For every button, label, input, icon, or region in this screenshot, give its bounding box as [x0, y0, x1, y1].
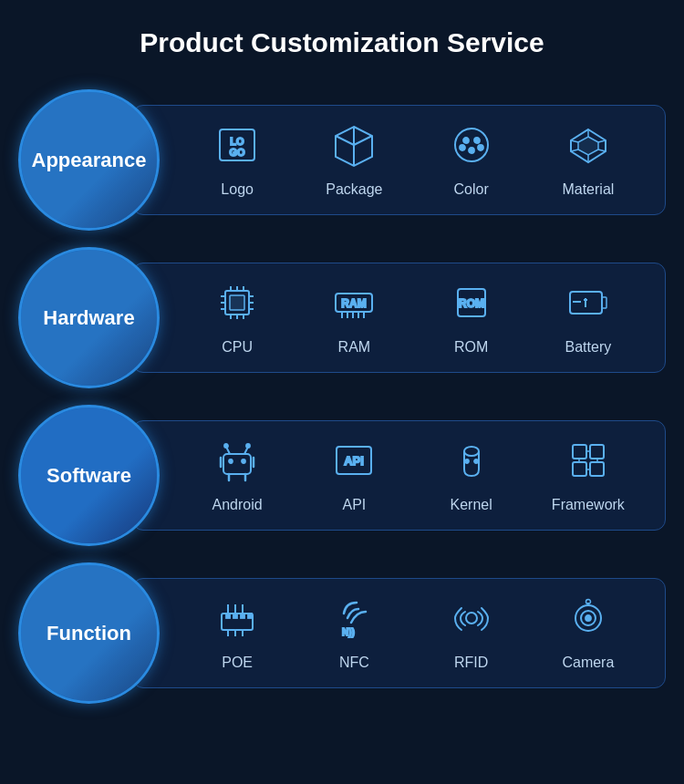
item-poe: POE: [196, 595, 278, 671]
svg-rect-76: [248, 614, 252, 618]
svg-line-5: [354, 136, 372, 145]
svg-rect-65: [590, 445, 604, 459]
logo-icon: LO GO: [214, 122, 260, 174]
ram-icon: RAM: [331, 280, 377, 332]
package-icon: [331, 122, 377, 174]
item-framework: Framework: [547, 438, 629, 513]
svg-point-52: [242, 459, 245, 463]
android-label: Android: [212, 497, 263, 513]
items-box-hardware: CPU RAM RAM ROM ROM Battery: [132, 263, 666, 373]
svg-rect-64: [573, 445, 586, 459]
item-color: Color: [430, 122, 513, 198]
svg-point-89: [586, 600, 590, 604]
item-material: Material: [547, 122, 629, 198]
svg-point-12: [460, 145, 465, 150]
svg-point-51: [229, 459, 233, 463]
color-icon: [449, 122, 494, 174]
camera-label: Camera: [562, 655, 614, 671]
svg-text:API: API: [345, 454, 365, 468]
material-label: Material: [562, 181, 614, 198]
section-appearance: Appearance LO GO Logo Package Color: [18, 89, 666, 231]
rom-label: ROM: [454, 339, 488, 356]
svg-rect-66: [573, 462, 586, 476]
rom-icon: ROM: [449, 280, 494, 332]
circle-software: Software: [18, 405, 160, 546]
svg-line-4: [336, 136, 354, 145]
page-title: Product Customization Service: [18, 18, 666, 67]
svg-point-8: [455, 129, 488, 161]
material-icon: [565, 122, 611, 174]
svg-line-21: [571, 140, 578, 142]
svg-marker-15: [578, 137, 598, 155]
package-label: Package: [326, 181, 382, 198]
svg-point-13: [478, 145, 483, 150]
android-icon: [214, 438, 260, 490]
svg-rect-23: [230, 295, 244, 310]
circle-function: Function: [18, 562, 160, 704]
item-kernel: Kernel: [430, 438, 513, 513]
item-logo: LO GO Logo: [196, 122, 278, 198]
item-cpu: CPU: [196, 280, 278, 356]
svg-point-10: [474, 138, 480, 143]
poe-icon: [214, 595, 260, 647]
items-box-software: Android API API Kernel Framework: [132, 420, 666, 531]
item-ram: RAM RAM: [313, 280, 395, 356]
svg-point-57: [224, 444, 228, 448]
items-box-function: POE N)) NFC RFID Camera: [132, 578, 666, 688]
item-api: API API: [313, 438, 395, 513]
item-camera: Camera: [547, 595, 629, 671]
svg-point-61: [464, 447, 479, 456]
battery-label: Battery: [565, 339, 612, 356]
item-rom: ROM ROM: [430, 280, 513, 356]
battery-icon: [565, 280, 611, 332]
section-software: Software Android API API Kernel: [18, 405, 666, 546]
svg-point-87: [586, 615, 591, 621]
svg-text:N)): N)): [342, 627, 355, 637]
svg-rect-73: [226, 614, 230, 618]
section-hardware: Hardware CPU RAM RAM ROM ROM: [18, 247, 666, 388]
svg-rect-74: [233, 614, 237, 618]
svg-line-20: [571, 150, 578, 151]
nfc-label: NFC: [339, 655, 369, 671]
svg-rect-67: [590, 462, 604, 476]
svg-rect-50: [223, 454, 251, 474]
camera-icon: [565, 595, 611, 647]
ram-label: RAM: [338, 339, 371, 356]
items-box-appearance: LO GO Logo Package Color Material: [132, 105, 666, 215]
item-rfid: RFID: [430, 595, 513, 671]
cpu-label: CPU: [222, 339, 253, 356]
svg-point-11: [469, 148, 474, 153]
framework-label: Framework: [552, 497, 625, 513]
rfid-icon: [449, 595, 494, 647]
nfc-icon: N)): [331, 595, 377, 647]
svg-point-9: [463, 138, 469, 143]
item-package: Package: [313, 122, 395, 198]
svg-point-62: [465, 459, 469, 463]
svg-point-58: [246, 444, 250, 448]
item-battery: Battery: [547, 280, 629, 356]
circle-hardware: Hardware: [18, 247, 160, 388]
svg-point-63: [474, 459, 478, 463]
kernel-label: Kernel: [451, 497, 492, 513]
kernel-icon: [449, 438, 494, 490]
item-android: Android: [196, 438, 278, 513]
color-label: Color: [454, 181, 489, 198]
svg-rect-75: [241, 614, 244, 618]
svg-text:LO: LO: [230, 136, 244, 147]
section-function: Function POE N)) NFC RFID: [18, 562, 666, 704]
svg-line-17: [598, 140, 606, 142]
api-icon: API: [331, 438, 377, 490]
svg-text:ROM: ROM: [459, 297, 484, 310]
logo-label: Logo: [221, 181, 254, 198]
item-nfc: N)) NFC: [313, 595, 395, 671]
rfid-label: RFID: [454, 655, 488, 671]
api-label: API: [342, 497, 366, 513]
svg-text:RAM: RAM: [342, 297, 367, 310]
svg-line-18: [598, 150, 606, 151]
cpu-icon: [214, 280, 260, 332]
circle-appearance: Appearance: [18, 89, 160, 231]
svg-rect-46: [602, 297, 606, 308]
svg-text:GO: GO: [230, 147, 246, 158]
svg-point-84: [466, 613, 477, 624]
poe-label: POE: [222, 655, 253, 671]
